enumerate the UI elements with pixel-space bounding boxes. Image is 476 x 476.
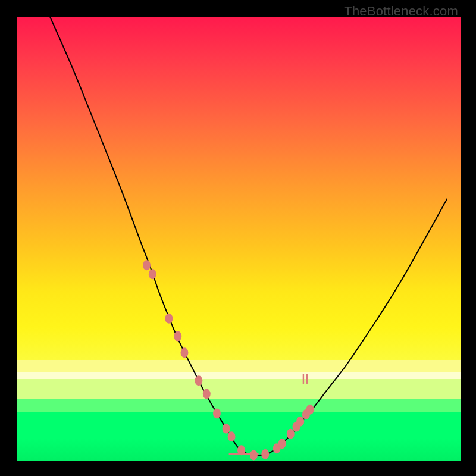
markers-group [143,260,314,460]
marker-point [174,331,181,342]
marker-point [250,450,258,461]
marker-point [195,375,202,386]
marker-point [203,389,211,399]
marker-point [228,431,236,441]
marker-point [287,429,295,439]
marker-point [223,424,230,434]
marker-point [278,439,286,449]
chart-frame: TheBottleneck.com [0,0,476,476]
marker-point [143,260,151,270]
marker-point [165,314,173,324]
plot-area [17,17,461,461]
mini-ridges [303,374,307,384]
marker-point [261,449,269,459]
marker-point [296,416,304,427]
marker-point [306,405,314,415]
marker-point [149,269,156,279]
markers-layer [17,17,461,461]
marker-point [213,408,221,418]
marker-point [180,347,188,358]
